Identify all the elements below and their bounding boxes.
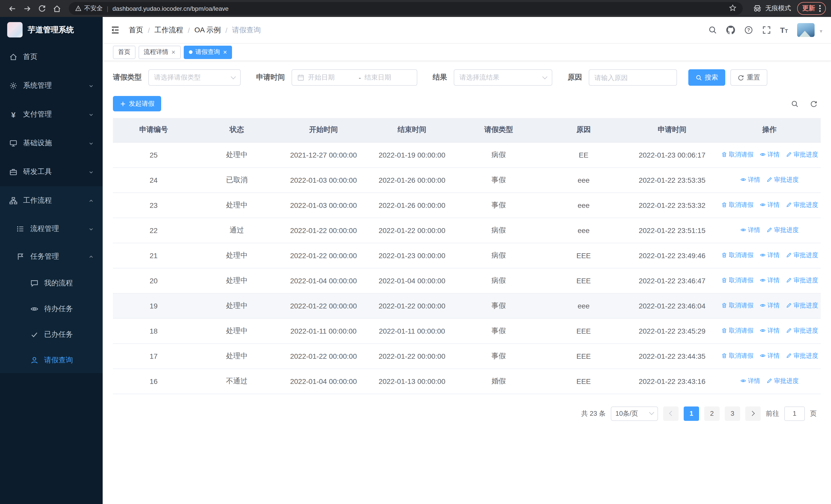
op-progress-link[interactable]: 审批进度 (766, 176, 799, 184)
breadcrumb-item[interactable]: OA 示例 (195, 25, 221, 35)
search-button[interactable]: 搜索 (688, 69, 725, 86)
sidebar-item-label: 基础设施 (23, 139, 52, 148)
sidebar-item-my-process[interactable]: 我的流程 (0, 270, 103, 296)
sidebar-item-done-tasks[interactable]: 已办任务 (0, 322, 103, 348)
reset-button[interactable]: 重置 (730, 69, 767, 86)
breadcrumb-item[interactable]: 工作流程 (154, 25, 183, 35)
leave-type-select[interactable]: 请选择请假类型 (148, 69, 241, 86)
app-logo[interactable]: 芋道管理系统 (0, 17, 103, 42)
op-cancel-link[interactable]: 取消请假 (721, 326, 753, 335)
op-cancel-link[interactable]: 取消请假 (721, 352, 753, 360)
sidebar-item-system[interactable]: 系统管理 (0, 71, 103, 100)
op-detail-link[interactable]: 详情 (760, 352, 780, 360)
sidebar-item-todo-tasks[interactable]: 待办任务 (0, 296, 103, 322)
page-button-2[interactable]: 2 (704, 406, 720, 421)
reason-input[interactable] (589, 69, 677, 86)
op-cancel-link[interactable]: 取消请假 (721, 251, 753, 260)
refresh-table-icon[interactable] (810, 100, 818, 108)
op-detail-link[interactable]: 详情 (760, 251, 780, 260)
op-cancel-link[interactable]: 取消请假 (721, 276, 753, 285)
back-icon[interactable] (5, 2, 19, 16)
page-root: 不安全 | dashboard.yudao.iocoder.cn/bpm/oa/… (0, 0, 831, 504)
op-cancel-link[interactable]: 取消请假 (721, 150, 753, 159)
op-progress-link[interactable]: 审批进度 (786, 201, 818, 209)
tag-home[interactable]: 首页 (113, 46, 136, 59)
goto-page-input[interactable] (784, 406, 805, 421)
sidebar-item-task-mgmt[interactable]: 任务管理 (0, 243, 103, 270)
forward-icon[interactable] (20, 2, 34, 16)
bookmark-star-icon[interactable] (729, 4, 737, 13)
op-detail-link[interactable]: 详情 (760, 326, 780, 335)
sidebar-item-process-mgmt[interactable]: 流程管理 (0, 215, 103, 243)
chevron-down-icon (88, 111, 94, 118)
op-detail-link[interactable]: 详情 (760, 201, 780, 209)
date-range-picker[interactable]: 开始日期 - 结束日期 (291, 69, 417, 86)
search-icon[interactable] (708, 26, 717, 34)
reload-icon[interactable] (35, 2, 49, 16)
result-select[interactable]: 请选择流结果 (454, 69, 552, 86)
calendar-icon (297, 74, 305, 81)
sidebar-item-infrastructure[interactable]: 基础设施 (0, 129, 103, 157)
op-detail-link[interactable]: 详情 (760, 150, 780, 159)
prev-page-button[interactable] (663, 406, 679, 421)
list-icon (16, 225, 26, 233)
create-leave-button[interactable]: 发起请假 (113, 96, 161, 111)
cell-applied: 2022-01-22 23:45:29 (626, 318, 718, 343)
op-progress-link[interactable]: 审批进度 (766, 226, 799, 235)
op-progress-link[interactable]: 审批进度 (766, 377, 799, 385)
font-size-icon[interactable]: TT (780, 26, 788, 34)
op-progress-link[interactable]: 审批进度 (786, 251, 818, 260)
avatar-caret-down-icon[interactable]: ▼ (819, 29, 823, 37)
op-detail-link[interactable]: 详情 (740, 377, 760, 385)
page-button-3[interactable]: 3 (725, 406, 740, 421)
collapse-sidebar-icon[interactable] (110, 25, 120, 35)
sidebar-item-home[interactable]: 首页 (0, 42, 103, 71)
page-button-1[interactable]: 1 (684, 406, 699, 421)
help-icon[interactable]: ? (744, 26, 753, 34)
op-detail-link[interactable]: 详情 (740, 176, 760, 184)
cell-id: 23 (113, 192, 194, 217)
sidebar-item-workflow[interactable]: 工作流程 (0, 186, 103, 215)
top-navbar: 首页 / 工作流程 / OA 示例 / 请假查询 ? (103, 17, 831, 43)
page-size-select[interactable]: 10条/页 (611, 406, 658, 421)
op-detail-link[interactable]: 详情 (740, 226, 760, 235)
browser-update-button[interactable]: 更新 (797, 2, 826, 15)
github-icon[interactable] (726, 26, 735, 34)
cell-status: 处理中 (194, 293, 279, 318)
home-icon[interactable] (50, 2, 64, 16)
sidebar-item-label: 已办任务 (44, 330, 73, 339)
security-warning[interactable]: 不安全 (75, 4, 103, 13)
breadcrumb-item[interactable]: 首页 (129, 25, 143, 35)
cell-status: 已取消 (194, 167, 279, 192)
op-progress-link[interactable]: 审批进度 (786, 326, 818, 335)
op-progress-link[interactable]: 审批进度 (786, 301, 818, 310)
sidebar-item-devtools[interactable]: 研发工具 (0, 157, 103, 186)
user-avatar[interactable] (797, 23, 814, 37)
fullscreen-icon[interactable] (762, 26, 771, 34)
flag-icon (16, 253, 26, 261)
search-toggle-icon[interactable] (791, 100, 799, 108)
sidebar-item-label: 流程管理 (30, 224, 59, 234)
select-placeholder: 请选择请假类型 (154, 73, 227, 82)
next-page-button[interactable] (745, 406, 761, 421)
op-label: 详情 (767, 251, 780, 260)
sidebar-item-leave-query[interactable]: 请假查询 (0, 348, 103, 373)
cell-status: 处理中 (194, 142, 279, 167)
tag-process-detail[interactable]: 流程详情 × (139, 46, 180, 59)
sidebar-item-payment[interactable]: ¥ 支付管理 (0, 100, 103, 129)
op-detail-link[interactable]: 详情 (760, 276, 780, 285)
op-label: 审批进度 (774, 226, 799, 235)
address-bar[interactable]: 不安全 | dashboard.yudao.iocoder.cn/bpm/oa/… (69, 2, 743, 15)
op-progress-link[interactable]: 审批进度 (786, 352, 818, 360)
op-detail-link[interactable]: 详情 (760, 301, 780, 310)
browser-menu-icon[interactable] (819, 5, 821, 12)
close-icon[interactable]: × (171, 49, 175, 55)
op-progress-link[interactable]: 审批进度 (786, 150, 818, 159)
tag-leave-query[interactable]: 请假查询 × (183, 46, 232, 59)
chevron-down-icon (88, 169, 94, 175)
cell-status: 处理中 (194, 268, 279, 293)
close-icon[interactable]: × (223, 49, 227, 55)
op-progress-link[interactable]: 审批进度 (786, 276, 818, 285)
op-cancel-link[interactable]: 取消请假 (721, 301, 753, 310)
op-cancel-link[interactable]: 取消请假 (721, 201, 753, 209)
